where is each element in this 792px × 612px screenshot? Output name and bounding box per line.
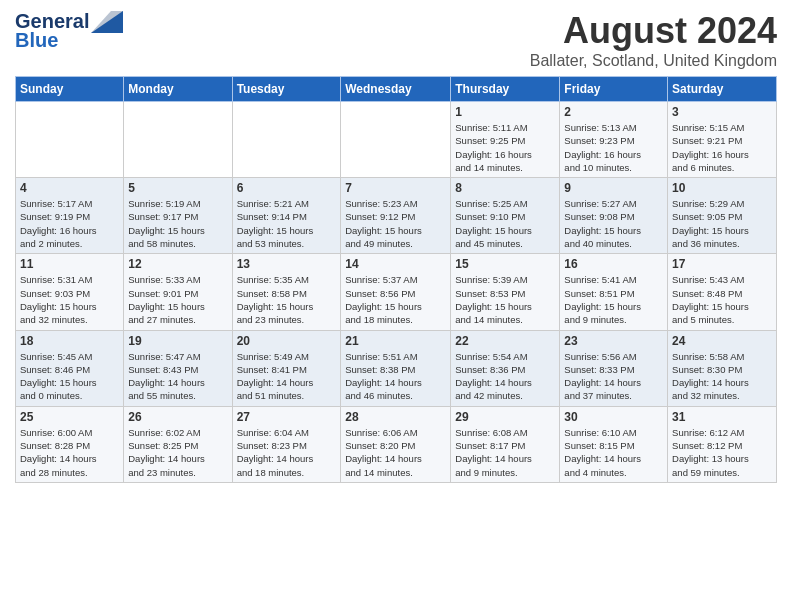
day-number: 21 <box>345 334 446 348</box>
day-info: Sunrise: 5:13 AM Sunset: 9:23 PM Dayligh… <box>564 121 663 174</box>
day-info: Sunrise: 5:31 AM Sunset: 9:03 PM Dayligh… <box>20 273 119 326</box>
day-info: Sunrise: 6:02 AM Sunset: 8:25 PM Dayligh… <box>128 426 227 479</box>
day-number: 15 <box>455 257 555 271</box>
day-info: Sunrise: 5:35 AM Sunset: 8:58 PM Dayligh… <box>237 273 337 326</box>
day-number: 25 <box>20 410 119 424</box>
day-info: Sunrise: 5:41 AM Sunset: 8:51 PM Dayligh… <box>564 273 663 326</box>
calendar-week-row: 4Sunrise: 5:17 AM Sunset: 9:19 PM Daylig… <box>16 178 777 254</box>
calendar-cell: 25Sunrise: 6:00 AM Sunset: 8:28 PM Dayli… <box>16 406 124 482</box>
day-number: 6 <box>237 181 337 195</box>
day-info: Sunrise: 6:04 AM Sunset: 8:23 PM Dayligh… <box>237 426 337 479</box>
calendar-cell <box>341 102 451 178</box>
day-number: 7 <box>345 181 446 195</box>
calendar-cell: 29Sunrise: 6:08 AM Sunset: 8:17 PM Dayli… <box>451 406 560 482</box>
day-info: Sunrise: 5:56 AM Sunset: 8:33 PM Dayligh… <box>564 350 663 403</box>
calendar-cell: 19Sunrise: 5:47 AM Sunset: 8:43 PM Dayli… <box>124 330 232 406</box>
day-info: Sunrise: 5:54 AM Sunset: 8:36 PM Dayligh… <box>455 350 555 403</box>
day-number: 10 <box>672 181 772 195</box>
day-info: Sunrise: 6:06 AM Sunset: 8:20 PM Dayligh… <box>345 426 446 479</box>
calendar-cell: 15Sunrise: 5:39 AM Sunset: 8:53 PM Dayli… <box>451 254 560 330</box>
weekday-header: Thursday <box>451 77 560 102</box>
calendar-cell: 18Sunrise: 5:45 AM Sunset: 8:46 PM Dayli… <box>16 330 124 406</box>
calendar-cell: 2Sunrise: 5:13 AM Sunset: 9:23 PM Daylig… <box>560 102 668 178</box>
calendar-cell: 12Sunrise: 5:33 AM Sunset: 9:01 PM Dayli… <box>124 254 232 330</box>
calendar-cell: 27Sunrise: 6:04 AM Sunset: 8:23 PM Dayli… <box>232 406 341 482</box>
calendar-cell: 28Sunrise: 6:06 AM Sunset: 8:20 PM Dayli… <box>341 406 451 482</box>
day-number: 16 <box>564 257 663 271</box>
calendar-cell: 1Sunrise: 5:11 AM Sunset: 9:25 PM Daylig… <box>451 102 560 178</box>
calendar-cell <box>232 102 341 178</box>
calendar-cell: 8Sunrise: 5:25 AM Sunset: 9:10 PM Daylig… <box>451 178 560 254</box>
day-number: 9 <box>564 181 663 195</box>
calendar-cell: 30Sunrise: 6:10 AM Sunset: 8:15 PM Dayli… <box>560 406 668 482</box>
page-title: August 2024 <box>530 10 777 52</box>
calendar-week-row: 18Sunrise: 5:45 AM Sunset: 8:46 PM Dayli… <box>16 330 777 406</box>
calendar-cell: 20Sunrise: 5:49 AM Sunset: 8:41 PM Dayli… <box>232 330 341 406</box>
day-info: Sunrise: 5:47 AM Sunset: 8:43 PM Dayligh… <box>128 350 227 403</box>
weekday-header: Tuesday <box>232 77 341 102</box>
logo-icon <box>91 11 123 33</box>
day-info: Sunrise: 5:23 AM Sunset: 9:12 PM Dayligh… <box>345 197 446 250</box>
day-number: 4 <box>20 181 119 195</box>
day-info: Sunrise: 6:10 AM Sunset: 8:15 PM Dayligh… <box>564 426 663 479</box>
day-info: Sunrise: 5:27 AM Sunset: 9:08 PM Dayligh… <box>564 197 663 250</box>
day-info: Sunrise: 5:29 AM Sunset: 9:05 PM Dayligh… <box>672 197 772 250</box>
day-info: Sunrise: 5:25 AM Sunset: 9:10 PM Dayligh… <box>455 197 555 250</box>
day-number: 29 <box>455 410 555 424</box>
day-number: 1 <box>455 105 555 119</box>
calendar-cell: 6Sunrise: 5:21 AM Sunset: 9:14 PM Daylig… <box>232 178 341 254</box>
day-number: 5 <box>128 181 227 195</box>
svg-marker-1 <box>91 11 123 33</box>
calendar-cell: 5Sunrise: 5:19 AM Sunset: 9:17 PM Daylig… <box>124 178 232 254</box>
calendar-week-row: 1Sunrise: 5:11 AM Sunset: 9:25 PM Daylig… <box>16 102 777 178</box>
day-number: 20 <box>237 334 337 348</box>
day-number: 2 <box>564 105 663 119</box>
day-number: 8 <box>455 181 555 195</box>
day-number: 12 <box>128 257 227 271</box>
day-info: Sunrise: 5:17 AM Sunset: 9:19 PM Dayligh… <box>20 197 119 250</box>
day-info: Sunrise: 5:58 AM Sunset: 8:30 PM Dayligh… <box>672 350 772 403</box>
day-number: 11 <box>20 257 119 271</box>
day-info: Sunrise: 5:49 AM Sunset: 8:41 PM Dayligh… <box>237 350 337 403</box>
day-info: Sunrise: 5:33 AM Sunset: 9:01 PM Dayligh… <box>128 273 227 326</box>
day-number: 13 <box>237 257 337 271</box>
day-info: Sunrise: 6:08 AM Sunset: 8:17 PM Dayligh… <box>455 426 555 479</box>
weekday-header: Sunday <box>16 77 124 102</box>
day-number: 24 <box>672 334 772 348</box>
day-info: Sunrise: 5:39 AM Sunset: 8:53 PM Dayligh… <box>455 273 555 326</box>
calendar-cell: 14Sunrise: 5:37 AM Sunset: 8:56 PM Dayli… <box>341 254 451 330</box>
weekday-header: Friday <box>560 77 668 102</box>
day-info: Sunrise: 5:45 AM Sunset: 8:46 PM Dayligh… <box>20 350 119 403</box>
calendar-cell: 26Sunrise: 6:02 AM Sunset: 8:25 PM Dayli… <box>124 406 232 482</box>
day-info: Sunrise: 6:00 AM Sunset: 8:28 PM Dayligh… <box>20 426 119 479</box>
day-info: Sunrise: 5:21 AM Sunset: 9:14 PM Dayligh… <box>237 197 337 250</box>
day-number: 23 <box>564 334 663 348</box>
calendar-week-row: 25Sunrise: 6:00 AM Sunset: 8:28 PM Dayli… <box>16 406 777 482</box>
calendar-header-row: SundayMondayTuesdayWednesdayThursdayFrid… <box>16 77 777 102</box>
day-number: 27 <box>237 410 337 424</box>
calendar-cell: 9Sunrise: 5:27 AM Sunset: 9:08 PM Daylig… <box>560 178 668 254</box>
calendar-cell: 23Sunrise: 5:56 AM Sunset: 8:33 PM Dayli… <box>560 330 668 406</box>
calendar-cell: 31Sunrise: 6:12 AM Sunset: 8:12 PM Dayli… <box>668 406 777 482</box>
calendar-cell <box>16 102 124 178</box>
calendar-cell: 4Sunrise: 5:17 AM Sunset: 9:19 PM Daylig… <box>16 178 124 254</box>
calendar-cell: 17Sunrise: 5:43 AM Sunset: 8:48 PM Dayli… <box>668 254 777 330</box>
weekday-header: Wednesday <box>341 77 451 102</box>
calendar-cell: 24Sunrise: 5:58 AM Sunset: 8:30 PM Dayli… <box>668 330 777 406</box>
page-subtitle: Ballater, Scotland, United Kingdom <box>530 52 777 70</box>
calendar-cell: 16Sunrise: 5:41 AM Sunset: 8:51 PM Dayli… <box>560 254 668 330</box>
day-number: 3 <box>672 105 772 119</box>
day-number: 31 <box>672 410 772 424</box>
calendar-cell: 13Sunrise: 5:35 AM Sunset: 8:58 PM Dayli… <box>232 254 341 330</box>
day-info: Sunrise: 6:12 AM Sunset: 8:12 PM Dayligh… <box>672 426 772 479</box>
weekday-header: Monday <box>124 77 232 102</box>
logo: General Blue <box>15 10 123 52</box>
day-number: 18 <box>20 334 119 348</box>
day-number: 14 <box>345 257 446 271</box>
calendar-cell: 21Sunrise: 5:51 AM Sunset: 8:38 PM Dayli… <box>341 330 451 406</box>
title-block: August 2024 Ballater, Scotland, United K… <box>530 10 777 70</box>
weekday-header: Saturday <box>668 77 777 102</box>
day-number: 26 <box>128 410 227 424</box>
day-number: 30 <box>564 410 663 424</box>
day-number: 22 <box>455 334 555 348</box>
